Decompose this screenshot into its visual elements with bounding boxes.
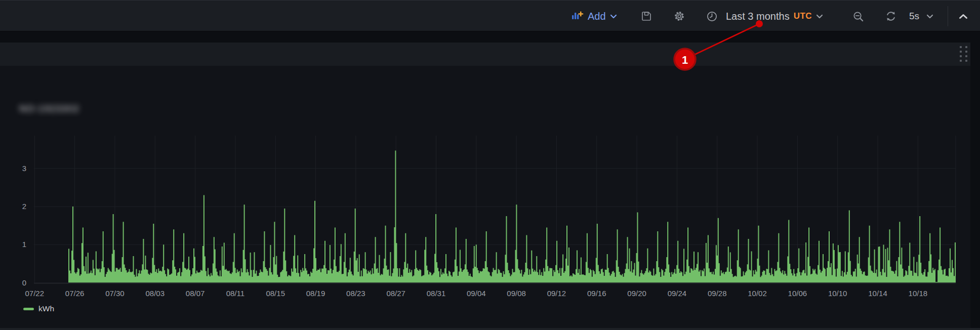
x-axis-tick-label: 07/22 <box>18 289 51 298</box>
x-axis-tick-label: 09/04 <box>460 289 493 298</box>
kwh-timeseries-chart[interactable] <box>0 0 980 330</box>
x-axis-tick-label: 10/02 <box>741 289 773 298</box>
x-axis-tick-label: 10/06 <box>781 289 813 298</box>
x-axis-tick-label: 08/19 <box>300 289 332 298</box>
x-axis-tick-label: 09/12 <box>540 289 573 298</box>
x-axis-tick-label: 07/26 <box>59 289 91 298</box>
legend-label: kWh <box>38 304 54 313</box>
x-axis-tick-label: 08/07 <box>179 289 212 298</box>
x-axis-tick-label: 08/03 <box>139 289 171 298</box>
x-axis-tick-label: 08/23 <box>340 289 372 298</box>
x-axis-tick-label: 08/27 <box>380 289 412 298</box>
y-axis-tick-label: 1 <box>7 240 26 249</box>
legend-swatch <box>23 308 34 310</box>
grafana-dashboard: Add <box>0 0 980 330</box>
x-axis-tick-label: 09/20 <box>621 289 653 298</box>
x-axis-tick-label: 07/30 <box>99 289 131 298</box>
x-axis-tick-label: 08/15 <box>259 289 292 298</box>
kwh-series-area <box>68 151 956 283</box>
x-axis-tick-label: 09/08 <box>500 289 533 298</box>
x-axis-tick-label: 09/28 <box>701 289 733 298</box>
x-axis-tick-label: 09/16 <box>581 289 613 298</box>
x-axis-tick-label: 10/10 <box>822 289 854 298</box>
y-axis-tick-label: 3 <box>7 164 26 173</box>
y-axis-tick-label: 2 <box>7 202 26 211</box>
y-axis-tick-label: 0 <box>7 278 26 287</box>
x-axis-tick-label: 09/24 <box>661 289 693 298</box>
next-row-edge <box>0 328 980 330</box>
legend-item-kwh[interactable]: kWh <box>23 304 54 313</box>
x-axis-tick-label: 08/11 <box>219 289 252 298</box>
x-axis-tick-label: 10/14 <box>862 289 894 298</box>
x-axis-tick-label: 10/18 <box>902 289 934 298</box>
x-axis-tick-label: 08/31 <box>420 289 453 298</box>
